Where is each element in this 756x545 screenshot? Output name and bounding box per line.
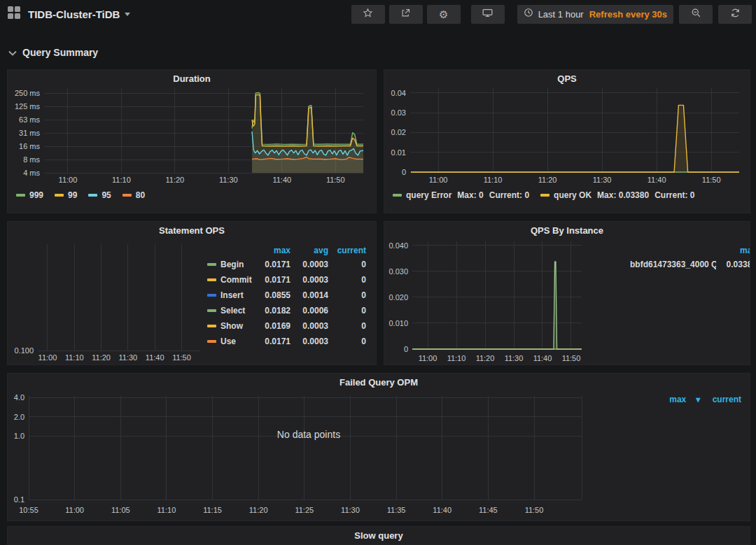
row-header-query-summary[interactable]: Query Summary <box>8 45 98 60</box>
navbar-actions: ⚙ Last 1 hour Refresh every 30s <box>351 5 752 24</box>
zoom-out-button[interactable] <box>679 5 713 24</box>
panel-title-slow-query[interactable]: Slow query <box>8 527 750 545</box>
x-axis-tick-label: 11:25 <box>295 506 314 514</box>
legend-value-max: 0.0171 <box>253 337 290 346</box>
legend-value-max: 0.03380 <box>716 260 750 269</box>
refresh-button[interactable] <box>718 5 752 24</box>
legend-col-header-current[interactable]: current <box>713 395 741 404</box>
x-axis-tick-label: 11:10 <box>484 176 503 184</box>
legend-col-header-current[interactable]: current <box>328 246 366 255</box>
legend-swatch <box>540 194 550 197</box>
statement-ops-legend-table: maxavgcurrentBegin0.01710.00030Commit0.0… <box>207 244 366 349</box>
legend-swatch <box>207 309 216 312</box>
x-axis-tick-label: 11:20 <box>476 354 495 362</box>
legend-value-avg: 0.0003 <box>290 275 328 285</box>
x-axis-tick-label: 11:50 <box>562 354 581 362</box>
legend-row[interactable]: Commit0.01710.00030 <box>207 272 366 288</box>
y-axis-tick-label: 125 ms <box>15 102 41 111</box>
grid <box>38 244 200 351</box>
no-data-points-text: No data points <box>256 429 361 440</box>
x-axis-tick-label: 11:20 <box>538 176 557 184</box>
x-axis-tick-label: 11:50 <box>326 176 345 184</box>
dashboard-title-button[interactable]: TIDB-Cluster-TiDB <box>7 6 130 22</box>
legend-row[interactable]: Show0.01690.00030 <box>207 318 366 334</box>
legend-value-max: 0.0169 <box>253 321 290 331</box>
x-axis-tick-label: 11:50 <box>172 353 191 362</box>
row-title: Query Summary <box>22 47 98 58</box>
legend-item[interactable]: 95 <box>88 190 111 200</box>
panel-title-qps-by-instance[interactable]: QPS By Instance <box>384 222 750 240</box>
qps-by-instance-chart[interactable]: 0.0400.0300.0200.010011:0011:1011:2011:3… <box>384 222 750 365</box>
x-axis-tick-label: 11:00 <box>429 176 448 184</box>
chevron-down-icon <box>8 46 17 59</box>
legend-value-current: 0 <box>328 260 366 269</box>
panel-title-statement-ops[interactable]: Statement OPS <box>8 222 376 240</box>
legend-item[interactable]: query ErrorMax: 0Current: 0 <box>393 190 529 200</box>
x-axis-tick-label: 11:00 <box>419 354 438 362</box>
legend-value-current: 0 <box>328 290 366 300</box>
legend-swatch <box>207 294 216 297</box>
legend-label: query Error <box>406 190 451 200</box>
legend-item[interactable]: 99 <box>55 190 77 200</box>
series-fill <box>252 157 363 174</box>
qps-by-instance-legend-table: maxbbfd61473363_4000 Query OK0.03380 <box>626 244 750 272</box>
legend-stat: Current: 0 <box>654 190 694 200</box>
star-icon <box>363 8 373 21</box>
legend-value-current: 0 <box>328 306 366 316</box>
legend-swatch <box>122 194 132 197</box>
y-axis-tick-label: 0.020 <box>388 293 408 302</box>
legend-label: Show <box>220 321 243 331</box>
legend-table-header: maxavgcurrent <box>207 244 366 257</box>
panel-qps: 0.040.030.020.01011:0011:1011:2011:3011:… <box>384 69 750 213</box>
x-axis-tick-label: 11:20 <box>166 176 185 184</box>
panel-title-failed-query-opm[interactable]: Failed Query OPM <box>8 374 750 392</box>
x-axis-tick-label: 11:30 <box>219 176 238 184</box>
caret-down-icon <box>125 13 130 16</box>
legend-row[interactable]: Insert0.08550.00140 <box>207 288 366 303</box>
x-axis-tick-label: 11:40 <box>533 354 552 362</box>
dashboard-title: TIDB-Cluster-TiDB <box>28 8 120 20</box>
legend-col-header-max[interactable]: max <box>716 246 750 255</box>
legend-value-avg: 0.0003 <box>290 337 328 346</box>
legend-col-header-max[interactable]: max <box>253 246 290 255</box>
legend-value-avg: 0.0003 <box>290 260 328 269</box>
refresh-icon <box>730 8 741 21</box>
panel-title-duration[interactable]: Duration <box>8 70 376 88</box>
legend-col-header-max[interactable]: max▾ <box>659 395 700 404</box>
time-range-label: Last 1 hour <box>538 9 584 20</box>
legend-col-header-avg[interactable]: avg <box>290 246 328 255</box>
y-axis-tick-label: 0.03 <box>391 108 406 117</box>
grid <box>29 396 582 500</box>
series-line <box>412 262 582 349</box>
y-axis-tick-label: 8 ms <box>23 155 40 164</box>
legend-label: Select <box>220 306 245 316</box>
time-picker-button[interactable]: Last 1 hour Refresh every 30s <box>517 5 673 24</box>
failed-query-opm-chart[interactable]: 4.02.01.00.110:5511:0011:0511:1011:1511:… <box>8 374 750 521</box>
legend-swatch <box>207 278 216 281</box>
share-button[interactable] <box>389 5 423 24</box>
legend-label: 99 <box>68 190 77 200</box>
tv-mode-button[interactable] <box>471 5 505 24</box>
legend-item[interactable]: query OKMax: 0.03380Current: 0 <box>540 190 694 200</box>
panel-failed-query-opm: 4.02.01.00.110:5511:0011:0511:1011:1511:… <box>7 373 750 521</box>
legend-item[interactable]: 80 <box>122 190 145 200</box>
legend-item[interactable]: 999 <box>16 190 43 200</box>
x-axis-tick-label: 11:40 <box>272 176 291 184</box>
panel-title-qps[interactable]: QPS <box>384 70 750 88</box>
legend-stat: Current: 0 <box>489 190 529 200</box>
legend-stat: Max: 0 <box>457 190 483 200</box>
legend-swatch <box>207 263 216 266</box>
x-axis-tick-label: 11:00 <box>38 353 57 362</box>
star-button[interactable] <box>351 5 385 24</box>
x-axis-tick-label: 11:30 <box>341 506 360 514</box>
y-axis-tick-label: 0.02 <box>391 128 406 136</box>
legend-row[interactable]: Select0.01820.00060 <box>207 303 366 318</box>
y-axis-tick-label: 31 ms <box>19 129 40 137</box>
legend-row[interactable]: bbfd61473363_4000 Query OK0.03380 <box>626 257 750 272</box>
legend-row[interactable]: Use0.01710.00030 <box>207 334 366 349</box>
legend-label: Use <box>220 337 236 346</box>
legend-label: query OK <box>554 190 592 200</box>
settings-button[interactable]: ⚙ <box>427 5 461 24</box>
legend-row[interactable]: Begin0.01710.00030 <box>207 257 366 272</box>
x-axis-tick-label: 11:40 <box>433 506 451 514</box>
